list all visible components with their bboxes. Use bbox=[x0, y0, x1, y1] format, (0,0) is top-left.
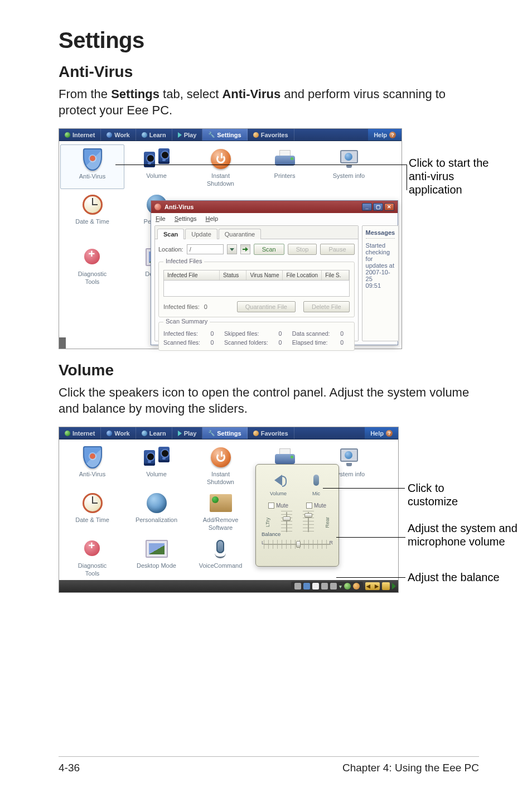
leader-line bbox=[336, 537, 405, 538]
delete-file-button[interactable]: Delete File bbox=[303, 301, 350, 312]
chapter-title: Chapter 4: Using the Eee PC bbox=[342, 762, 479, 774]
tray-icon[interactable] bbox=[294, 583, 301, 590]
launcher-instant-shutdown[interactable]: Instant Shutdown bbox=[188, 443, 253, 487]
mute-volume-checkbox[interactable]: Mute bbox=[268, 503, 288, 509]
col-virus[interactable]: Virus Name bbox=[246, 270, 283, 280]
settings-icons-row-3: Diagnostic Tools Desktop Mode VoiceComma… bbox=[59, 534, 398, 580]
tray-icon[interactable] bbox=[344, 583, 351, 590]
text-bold-settings: Settings bbox=[111, 87, 159, 101]
mixer-mic-icon[interactable]: Mic bbox=[307, 471, 326, 496]
tab-play[interactable]: Play bbox=[172, 427, 203, 439]
balance-slider[interactable] bbox=[264, 541, 331, 548]
col-location[interactable]: File Location bbox=[283, 270, 322, 280]
side-label: Rear bbox=[325, 516, 330, 529]
tray-icon[interactable] bbox=[353, 583, 360, 590]
col-size[interactable]: File S. bbox=[322, 270, 349, 280]
scan-summary: Infected files:0 Skipped files:0 Data sc… bbox=[163, 330, 350, 346]
menu-help[interactable]: Help bbox=[206, 215, 219, 222]
desktop-icon bbox=[146, 540, 168, 558]
tab-work[interactable]: Work bbox=[101, 129, 136, 141]
launcher-label: VoiceCommand bbox=[188, 562, 253, 569]
tab-settings[interactable]: 🔧Settings bbox=[202, 427, 247, 439]
col-status[interactable]: Status bbox=[220, 270, 246, 280]
input-switch[interactable]: ◀▶ bbox=[365, 582, 380, 590]
tab-learn[interactable]: Learn bbox=[136, 427, 172, 439]
quarantine-file-button[interactable]: Quarantine File bbox=[237, 301, 296, 312]
launcher-diagnostic-tools[interactable]: Diagnostic Tools bbox=[60, 243, 124, 287]
tab-label: Learn bbox=[149, 132, 166, 138]
learn-icon bbox=[142, 132, 147, 138]
tray-icon[interactable] bbox=[312, 583, 319, 590]
close-button[interactable]: ✕ bbox=[384, 203, 394, 211]
tab-label: Internet bbox=[72, 132, 95, 138]
launcher-desktop-mode[interactable]: Desktop Mode bbox=[124, 534, 188, 579]
tab-internet[interactable]: Internet bbox=[59, 427, 101, 439]
messages-line: Started bbox=[366, 242, 395, 249]
volume-slider[interactable] bbox=[281, 511, 292, 533]
tab-settings[interactable]: 🔧Settings bbox=[202, 129, 247, 141]
screenshot-volume: Internet Work Learn Play 🔧Settings Favor… bbox=[59, 427, 399, 593]
minimize-button[interactable]: _ bbox=[362, 203, 372, 211]
av-tab-scan[interactable]: Scan bbox=[157, 229, 184, 239]
location-label: Location: bbox=[158, 246, 183, 253]
tray-expand-icon[interactable]: ▾ bbox=[339, 583, 342, 590]
av-tab-update[interactable]: Update bbox=[185, 229, 217, 239]
sum-label: Scanned folders: bbox=[224, 339, 274, 346]
maximize-button[interactable]: ▢ bbox=[373, 203, 383, 211]
launcher-personalization[interactable]: Personalization bbox=[124, 489, 188, 533]
annotation-customize: Click to customize bbox=[408, 481, 479, 508]
menu-settings[interactable]: Settings bbox=[175, 215, 197, 222]
microphone-icon bbox=[313, 475, 319, 486]
tray-icon[interactable] bbox=[330, 583, 337, 590]
launcher-volume[interactable]: Volume bbox=[124, 144, 188, 189]
browse-button[interactable] bbox=[240, 244, 250, 254]
tray-icon[interactable] bbox=[303, 583, 310, 590]
launcher-antivirus[interactable]: Anti-Virus bbox=[60, 144, 124, 189]
mixer-volume-icon[interactable]: Volume bbox=[269, 471, 288, 496]
work-icon bbox=[107, 431, 112, 436]
launcher-date-time[interactable]: Date & Time bbox=[60, 489, 124, 533]
sum-label: Infected files: bbox=[163, 330, 206, 337]
help-button[interactable]: Help? bbox=[365, 427, 398, 439]
settings-icons-row-1: Anti-Virus Volume Instant Shutdown Print… bbox=[59, 439, 398, 489]
scan-button[interactable]: Scan bbox=[254, 244, 284, 255]
tray-icon[interactable] bbox=[321, 583, 328, 590]
annotation-system-mic: Adjust the system and microphone volume bbox=[408, 521, 519, 548]
mixer-label: Mic bbox=[312, 491, 320, 496]
balance-label: Balance bbox=[262, 531, 280, 537]
launcher-antivirus[interactable]: Anti-Virus bbox=[60, 443, 124, 487]
help-button[interactable]: Help? bbox=[368, 129, 402, 141]
microphone-icon bbox=[210, 539, 232, 559]
location-dropdown[interactable] bbox=[227, 244, 237, 254]
tray-button[interactable] bbox=[382, 582, 390, 590]
tab-label: Internet bbox=[72, 430, 95, 437]
tab-favorites[interactable]: Favorites bbox=[248, 129, 294, 141]
launcher-printers[interactable]: Printers bbox=[253, 144, 317, 189]
window-titlebar[interactable]: Anti-Virus _ ▢ ✕ bbox=[151, 201, 398, 213]
show-desktop-icon[interactable] bbox=[392, 583, 396, 590]
tab-favorites[interactable]: Favorites bbox=[248, 427, 294, 439]
tab-internet[interactable]: Internet bbox=[59, 129, 101, 141]
infected-grid[interactable]: Infected File Status Virus Name File Loc… bbox=[163, 270, 350, 297]
av-tab-quarantine[interactable]: Quarantine bbox=[219, 229, 261, 239]
pause-button[interactable]: Pause bbox=[320, 244, 354, 255]
col-file[interactable]: Infected File bbox=[164, 270, 220, 280]
tab-work[interactable]: Work bbox=[101, 427, 136, 439]
main-tabs: Internet Work Learn Play 🔧Settings Favor… bbox=[59, 427, 398, 439]
menu-file[interactable]: File bbox=[156, 215, 166, 222]
tab-play[interactable]: Play bbox=[172, 129, 203, 141]
launcher-label: Volume bbox=[124, 172, 188, 179]
launcher-diagnostic-tools[interactable]: Diagnostic Tools bbox=[60, 534, 124, 579]
tab-learn[interactable]: Learn bbox=[136, 129, 172, 141]
launcher-add-remove[interactable]: Add/Remove Software bbox=[188, 489, 253, 533]
stop-button[interactable]: Stop bbox=[288, 244, 317, 255]
launcher-volume[interactable]: Volume bbox=[124, 443, 188, 487]
location-input[interactable]: / bbox=[187, 244, 224, 254]
launcher-voice-command[interactable]: VoiceCommand bbox=[188, 534, 253, 579]
launcher-instant-shutdown[interactable]: Instant Shutdown bbox=[188, 144, 253, 189]
mute-mic-checkbox[interactable]: Mute bbox=[306, 503, 326, 509]
launcher-date-time[interactable]: Date & Time bbox=[60, 190, 124, 229]
mic-slider[interactable] bbox=[303, 511, 314, 533]
launcher-system-info[interactable]: System info bbox=[317, 144, 381, 189]
system-tray[interactable]: ▾ bbox=[291, 582, 363, 591]
